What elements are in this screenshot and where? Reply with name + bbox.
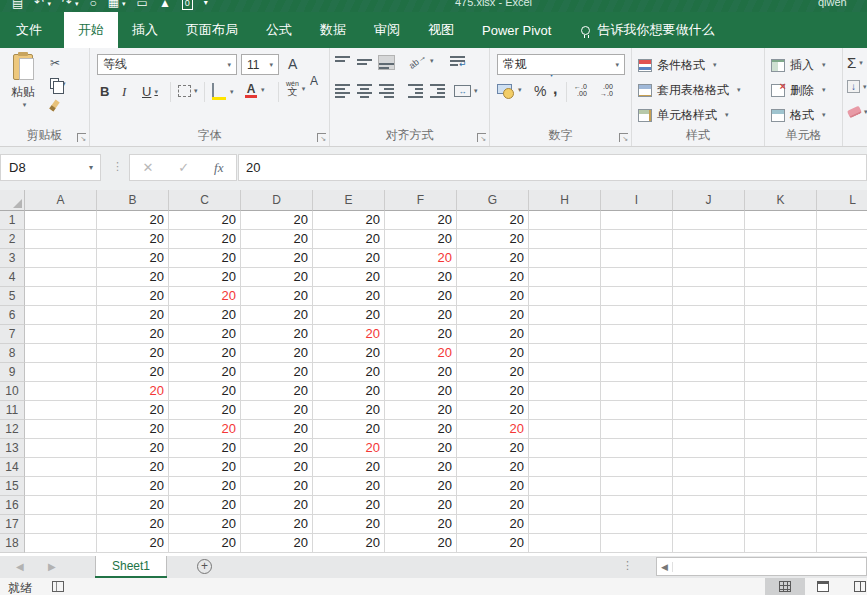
cell-G9[interactable]: 20 [457,363,529,382]
cell-B9[interactable]: 20 [97,363,169,382]
borders-button[interactable]: ▾ [178,85,198,97]
cell-F6[interactable]: 20 [385,306,457,325]
cell-H10[interactable] [529,382,601,401]
cell-G5[interactable]: 20 [457,287,529,306]
cell-C6[interactable]: 20 [169,306,241,325]
cell-H1[interactable] [529,211,601,230]
cell-I12[interactable] [601,420,673,439]
cell-K13[interactable] [745,439,817,458]
cell-I17[interactable] [601,515,673,534]
cell-L6[interactable] [817,306,867,325]
cell-B17[interactable]: 20 [97,515,169,534]
cell-F10[interactable]: 20 [385,382,457,401]
tab-公式[interactable]: 公式 [252,12,306,48]
cell-D1[interactable]: 20 [241,211,313,230]
cell-J4[interactable] [673,268,745,287]
cell-E16[interactable]: 20 [313,496,385,515]
column-header-B[interactable]: B [97,190,169,211]
cell-C18[interactable]: 20 [169,534,241,553]
cell-E9[interactable]: 20 [313,363,385,382]
normal-view-button[interactable] [765,578,805,595]
enter-icon[interactable]: ✓ [178,160,189,175]
alignment-dialog-launcher-icon[interactable]: ↘ [477,133,486,142]
cell-K16[interactable] [745,496,817,515]
sheet-next-icon[interactable]: ▶ [48,561,56,572]
cell-F3[interactable]: 20 [385,249,457,268]
cell-I16[interactable] [601,496,673,515]
cell-A17[interactable] [25,515,97,534]
cell-K3[interactable] [745,249,817,268]
cell-A8[interactable] [25,344,97,363]
cell-C11[interactable]: 20 [169,401,241,420]
merge-center-button[interactable]: ↔▾ [454,85,478,97]
insert-function-icon[interactable]: fx [214,160,223,176]
row-header-1[interactable]: 1 [0,211,25,230]
cell-H12[interactable] [529,420,601,439]
cell-H8[interactable] [529,344,601,363]
cell-L4[interactable] [817,268,867,287]
bottom-align-button[interactable] [379,56,394,69]
cell-K2[interactable] [745,230,817,249]
cell-A4[interactable] [25,268,97,287]
tab-页面布局[interactable]: 页面布局 [172,12,252,48]
autosum-button[interactable]: Σ▾ [847,54,863,71]
cell-J10[interactable] [673,382,745,401]
font-color-button[interactable]: A▾ [244,82,265,98]
scroll-left-icon[interactable]: ◀ [657,562,673,572]
delete-cells-button[interactable]: 删除▾ [771,80,826,100]
cell-B13[interactable]: 20 [97,439,169,458]
undo-icon[interactable]: ↶▾ [34,0,51,12]
cell-B3[interactable]: 20 [97,249,169,268]
cell-A13[interactable] [25,439,97,458]
name-box-dropdown-icon[interactable]: ▾ [89,163,93,172]
page-break-view-button[interactable] [843,578,867,595]
sheet-prev-icon[interactable]: ◀ [16,561,24,572]
cell-B15[interactable]: 20 [97,477,169,496]
cell-L18[interactable] [817,534,867,553]
cell-G17[interactable]: 20 [457,515,529,534]
number-dialog-launcher-icon[interactable]: ↘ [619,133,628,142]
phonetic-guide-button[interactable]: wén文▾ [286,80,305,97]
cell-C2[interactable]: 20 [169,230,241,249]
cell-A12[interactable] [25,420,97,439]
cell-E1[interactable]: 20 [313,211,385,230]
tab-开始[interactable]: 开始 [64,12,118,48]
window-icon[interactable]: ▭ [137,0,148,12]
cell-F8[interactable]: 20 [385,344,457,363]
cell-I8[interactable] [601,344,673,363]
select-all-button[interactable] [0,190,25,211]
row-header-6[interactable]: 6 [0,306,25,325]
cell-A2[interactable] [25,230,97,249]
cell-J18[interactable] [673,534,745,553]
new-sheet-button[interactable]: + [197,559,212,574]
cell-D9[interactable]: 20 [241,363,313,382]
cell-J1[interactable] [673,211,745,230]
cell-G15[interactable]: 20 [457,477,529,496]
cell-J8[interactable] [673,344,745,363]
cell-D7[interactable]: 20 [241,325,313,344]
cell-B12[interactable]: 20 [97,420,169,439]
row-header-9[interactable]: 9 [0,363,25,382]
redo-icon[interactable]: ↷▾ [62,0,79,12]
font-dialog-launcher-icon[interactable]: ↘ [317,133,326,142]
cell-B11[interactable]: 20 [97,401,169,420]
row-header-10[interactable]: 10 [0,382,25,401]
cell-F11[interactable]: 20 [385,401,457,420]
cell-F15[interactable]: 20 [385,477,457,496]
cell-B1[interactable]: 20 [97,211,169,230]
cell-L11[interactable] [817,401,867,420]
cell-F13[interactable]: 20 [385,439,457,458]
cell-I3[interactable] [601,249,673,268]
row-header-11[interactable]: 11 [0,401,25,420]
cell-C13[interactable]: 20 [169,439,241,458]
column-header-K[interactable]: K [745,190,817,211]
cell-D15[interactable]: 20 [241,477,313,496]
cell-K12[interactable] [745,420,817,439]
row-header-3[interactable]: 3 [0,249,25,268]
cancel-icon[interactable]: ✕ [142,160,153,175]
cell-D12[interactable]: 20 [241,420,313,439]
cell-G2[interactable]: 20 [457,230,529,249]
cell-B14[interactable]: 20 [97,458,169,477]
cell-D16[interactable]: 20 [241,496,313,515]
save-icon[interactable]: ▤ [12,0,23,12]
